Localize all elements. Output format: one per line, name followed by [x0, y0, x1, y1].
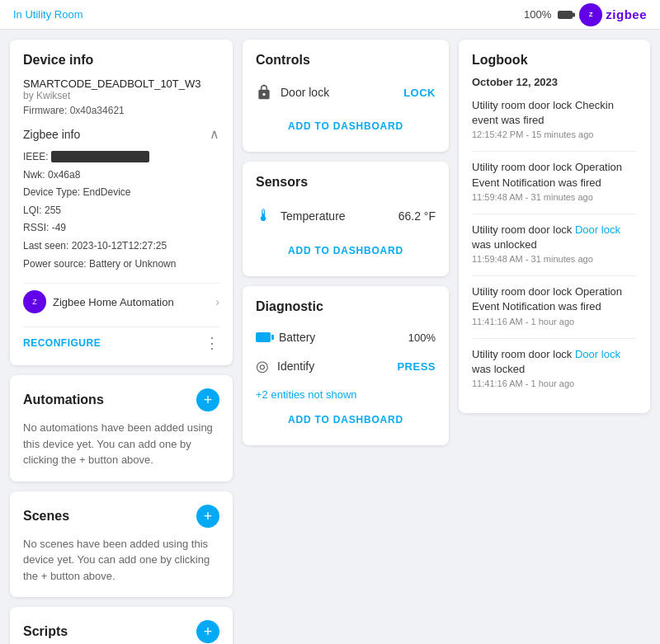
diagnostic-add-dashboard-button[interactable]: ADD TO DASHBOARD [256, 407, 436, 432]
sensors-card: Sensors 🌡 Temperature 66.2 °F ADD TO DAS… [243, 162, 449, 276]
battery-percentage: 100% [524, 8, 551, 21]
firmware: Firmware: 0x40a34621 [23, 105, 219, 116]
topbar-right: 100% Z zigbee [524, 3, 647, 26]
temperature-label: Temperature [280, 209, 346, 223]
zigbee-home-label: Zigbee Home Automation [53, 296, 174, 308]
arrow-right-icon: › [215, 295, 219, 308]
logbook-time-0: 12:15:42 PM - 15 minutes ago [472, 129, 637, 139]
nwk-row: Nwk: 0x46a8 [23, 167, 219, 185]
chevron-up-icon: ∧ [210, 126, 219, 142]
logbook-highlight-4: Door lock [575, 348, 620, 360]
lqi-row: LQI: 255 [23, 202, 219, 220]
device-by: by Kwikset [23, 90, 219, 101]
ieee-value: ██████████████ [51, 151, 149, 162]
scripts-header: Scripts + [23, 620, 219, 643]
left-column: Device info SMARTCODE_DEADBOLT_10T_W3 by… [10, 40, 233, 644]
add-scene-button[interactable]: + [196, 505, 219, 528]
logbook-entry-1: Utility room door lock Operation Event N… [472, 160, 637, 201]
automations-title: Automations [23, 393, 104, 407]
lock-button[interactable]: LOCK [403, 87, 436, 99]
logbook-entry-text-0: Utility room door lock Checkin event was… [472, 98, 637, 128]
logbook-entry-text-2: Utility room door lock Door lock was unl… [472, 223, 637, 252]
battery-icon [558, 11, 573, 19]
sensors-title: Sensors [256, 175, 436, 190]
controls-title: Controls [256, 53, 436, 68]
door-lock-row: Door lock LOCK [256, 78, 436, 107]
identify-icon: ◎ [256, 357, 269, 375]
identify-label: Identify [277, 360, 314, 373]
logbook-time-2: 11:59:48 AM - 31 minutes ago [472, 254, 637, 264]
battery-value: 100% [408, 331, 436, 344]
identify-row: ◎ Identify PRESS [256, 350, 436, 382]
more-options-icon[interactable]: ⋮ [205, 334, 219, 352]
battery-row: Battery 100% [256, 324, 436, 350]
device-type-row: Device Type: EndDevice [23, 184, 219, 202]
logbook-entry-4: Utility room door lock Door lock was loc… [472, 347, 637, 388]
battery-label: Battery [279, 331, 315, 344]
device-info-card: Device info SMARTCODE_DEADBOLT_10T_W3 by… [10, 40, 233, 365]
sensors-add-dashboard-button[interactable]: ADD TO DASHBOARD [256, 238, 436, 263]
logbook-entry-2: Utility room door lock Door lock was unl… [472, 223, 637, 264]
automations-header: Automations + [23, 388, 219, 411]
logbook-date: October 12, 2023 [472, 76, 637, 88]
automations-empty: No automations have been added using thi… [23, 420, 219, 468]
scenes-empty: No scenes have been added using this dev… [23, 536, 219, 585]
reconfigure-button[interactable]: RECONFIGURE [23, 337, 101, 349]
controls-add-dashboard-button[interactable]: ADD TO DASHBOARD [256, 114, 436, 139]
logbook-card: Logbook October 12, 2023 Utility room do… [459, 40, 650, 413]
logbook-highlight-2: Door lock [575, 223, 620, 236]
zigbee-home-row[interactable]: Z Zigbee Home Automation › [23, 283, 219, 320]
zigbee-label: zigbee [606, 7, 647, 21]
scripts-title: Scripts [23, 624, 68, 639]
logbook-time-1: 11:59:48 AM - 31 minutes ago [472, 192, 637, 202]
scenes-header: Scenes + [23, 505, 219, 528]
logbook-title: Logbook [472, 53, 637, 68]
sensor-left: 🌡 Temperature [256, 206, 346, 225]
logbook-entry-text-3: Utility room door lock Operation Event N… [472, 284, 637, 314]
battery-diag-icon [256, 332, 271, 342]
add-script-button[interactable]: + [196, 620, 219, 643]
zigbee-home-icon: Z [23, 290, 46, 313]
identify-left: ◎ Identify [256, 357, 314, 375]
breadcrumb[interactable]: In Utility Room [13, 8, 83, 21]
logbook-entry-0: Utility room door lock Checkin event was… [472, 98, 637, 139]
automations-card: Automations + No automations have been a… [10, 375, 233, 482]
ieee-label: IEEE: [23, 151, 51, 162]
zigbee-logo: Z zigbee [579, 3, 647, 26]
controls-card: Controls Door lock LOCK ADD TO DASHBOARD [243, 40, 449, 152]
power-source-row: Power source: Battery or Unknown [23, 256, 219, 274]
temperature-row: 🌡 Temperature 66.2 °F [256, 200, 436, 232]
scenes-title: Scenes [23, 509, 69, 524]
logbook-entry-text-4: Utility room door lock Door lock was loc… [472, 347, 637, 377]
zigbee-info-toggle[interactable]: Zigbee info ∧ [23, 126, 219, 142]
scripts-card: Scripts + No scripts have been added usi… [10, 607, 233, 644]
diagnostic-title: Diagnostic [256, 299, 436, 314]
battery-left: Battery [256, 331, 315, 344]
topbar: In Utility Room 100% Z zigbee [0, 0, 660, 30]
thermometer-icon: 🌡 [256, 206, 272, 225]
add-automation-button[interactable]: + [196, 388, 219, 411]
lock-icon [256, 84, 272, 101]
door-lock-label: Door lock [280, 86, 329, 99]
logbook-entry-3: Utility room door lock Operation Event N… [472, 284, 637, 326]
zigbee-home-left: Z Zigbee Home Automation [23, 290, 174, 313]
zigbee-circle-icon: Z [579, 3, 602, 26]
logbook-entry-text-1: Utility room door lock Operation Event N… [472, 160, 637, 190]
main-layout: Device info SMARTCODE_DEADBOLT_10T_W3 by… [0, 30, 660, 644]
zigbee-info-title: Zigbee info [23, 128, 80, 141]
reconfigure-row: RECONFIGURE ⋮ [23, 327, 219, 352]
ieee-row: IEEE: ██████████████ [23, 148, 219, 167]
device-name: SMARTCODE_DEADBOLT_10T_W3 [23, 78, 219, 90]
right-column: Logbook October 12, 2023 Utility room do… [459, 40, 650, 413]
entities-link[interactable]: +2 entities not shown [256, 388, 436, 401]
zigbee-info-details: IEEE: ██████████████ Nwk: 0x46a8 Device … [23, 148, 219, 273]
middle-column: Controls Door lock LOCK ADD TO DASHBOARD… [243, 40, 449, 455]
last-seen-row: Last seen: 2023-10-12T12:27:25 [23, 237, 219, 256]
press-button[interactable]: PRESS [397, 360, 436, 373]
logbook-time-3: 11:41:16 AM - 1 hour ago [472, 317, 637, 327]
diagnostic-card: Diagnostic Battery 100% ◎ Identify PRESS… [243, 286, 449, 445]
door-lock-left: Door lock [256, 84, 329, 101]
logbook-time-4: 11:41:16 AM - 1 hour ago [472, 378, 637, 388]
rssi-row: RSSI: -49 [23, 219, 219, 237]
scenes-card: Scenes + No scenes have been added using… [10, 491, 233, 598]
